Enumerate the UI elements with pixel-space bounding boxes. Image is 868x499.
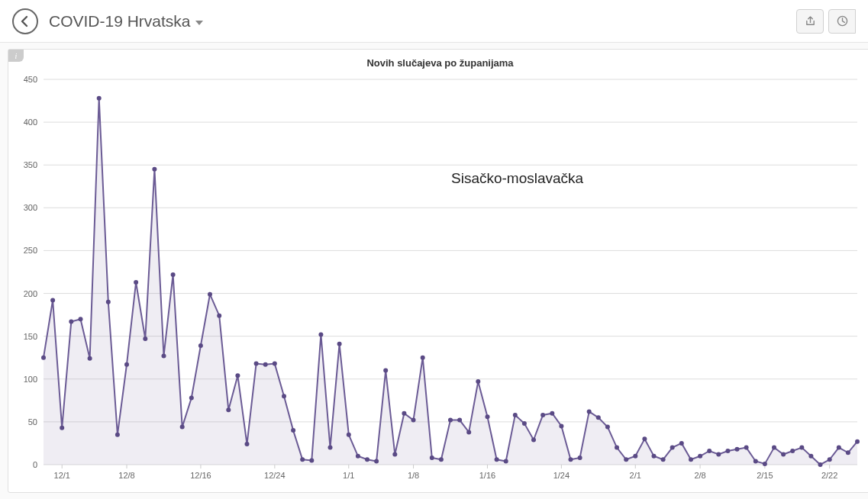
svg-point-89 [448,418,453,423]
panel-info-button[interactable]: i [8,50,24,62]
svg-point-95 [504,459,508,464]
svg-point-69 [263,362,268,367]
svg-point-104 [587,409,592,414]
svg-point-52 [106,300,111,304]
svg-point-54 [124,362,129,367]
time-button[interactable] [828,9,856,34]
svg-point-109 [633,454,637,459]
svg-text:12/1: 12/1 [54,471,70,480]
svg-point-96 [513,413,518,417]
svg-point-126 [790,449,795,453]
svg-text:1/1: 1/1 [343,471,354,480]
header-actions [796,9,856,34]
svg-point-127 [799,446,804,450]
svg-point-58 [162,354,166,359]
svg-point-107 [615,446,619,450]
svg-point-114 [679,441,684,446]
svg-text:250: 250 [24,246,37,255]
svg-point-85 [411,418,416,423]
svg-point-78 [347,433,351,437]
svg-text:400: 400 [24,118,37,127]
svg-point-121 [744,446,749,450]
svg-text:1/8: 1/8 [408,471,419,480]
svg-point-116 [698,454,702,459]
svg-point-71 [282,394,286,398]
svg-point-76 [328,446,333,450]
svg-point-68 [254,362,259,366]
svg-point-87 [430,456,434,460]
svg-point-102 [569,457,573,462]
svg-point-110 [642,436,647,441]
svg-point-111 [652,454,657,459]
svg-point-86 [421,356,425,360]
svg-point-133 [855,439,860,444]
svg-point-92 [476,379,480,384]
svg-point-81 [374,459,379,464]
clock-icon [837,15,848,27]
svg-point-93 [486,414,490,419]
svg-point-49 [79,317,83,321]
svg-point-108 [624,457,628,462]
svg-text:12/16: 12/16 [190,471,211,480]
chart-area[interactable]: 05010015020025030035040045012/112/812/16… [8,72,863,488]
share-icon [805,15,816,27]
svg-point-88 [439,457,444,462]
svg-point-63 [208,292,212,297]
svg-point-80 [365,457,369,462]
svg-text:12/8: 12/8 [118,471,134,480]
svg-point-64 [217,314,221,318]
svg-point-77 [337,342,342,346]
svg-text:100: 100 [24,375,37,384]
svg-point-79 [356,454,360,459]
svg-point-50 [88,356,92,361]
svg-text:2/1: 2/1 [630,471,641,480]
svg-text:2/8: 2/8 [694,471,705,480]
svg-point-70 [273,362,277,366]
svg-point-60 [180,425,185,430]
svg-point-67 [245,442,250,446]
svg-text:2/22: 2/22 [821,471,837,480]
svg-point-57 [152,167,156,172]
svg-text:1/24: 1/24 [553,471,570,480]
svg-point-112 [661,457,666,462]
svg-point-72 [291,428,295,433]
back-button[interactable] [12,8,38,34]
svg-point-118 [716,452,721,457]
dashboard-title-dropdown[interactable]: COVID-19 Hrvatska [49,12,203,31]
svg-point-61 [189,396,194,401]
svg-point-74 [309,458,314,462]
svg-point-130 [828,457,832,462]
svg-text:200: 200 [24,289,37,298]
caret-down-icon [195,14,203,28]
svg-point-83 [392,452,397,457]
svg-point-51 [97,96,102,101]
svg-point-48 [69,320,73,324]
svg-point-53 [115,433,120,437]
svg-point-46 [50,298,55,303]
svg-point-47 [60,426,64,430]
svg-text:0: 0 [33,460,37,469]
arrow-left-icon [19,15,31,27]
svg-point-132 [846,450,850,455]
svg-text:1/16: 1/16 [479,471,495,480]
svg-point-131 [837,446,841,450]
svg-point-45 [41,356,46,360]
svg-point-100 [550,411,554,416]
svg-point-82 [383,369,388,373]
share-button[interactable] [796,9,824,34]
svg-text:50: 50 [28,417,37,427]
svg-point-99 [540,413,545,417]
svg-text:2/15: 2/15 [757,471,773,480]
svg-point-73 [300,457,305,462]
svg-point-123 [763,462,767,466]
svg-point-122 [753,459,758,464]
svg-point-59 [171,272,176,277]
svg-point-91 [466,430,471,434]
svg-text:300: 300 [24,203,37,212]
svg-point-55 [134,280,138,285]
svg-point-75 [318,332,323,336]
chart-panel: i Novih slučajeva po županijama Sisačko-… [8,49,868,493]
svg-point-94 [495,457,499,462]
svg-point-113 [670,446,675,450]
chart-title: Novih slučajeva po županijama [8,50,868,72]
